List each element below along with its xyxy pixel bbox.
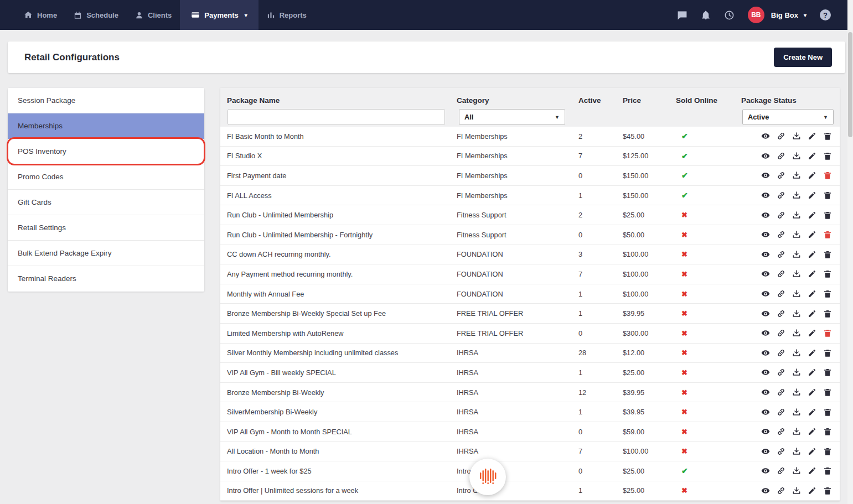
link-icon[interactable] <box>777 349 785 357</box>
download-icon[interactable] <box>792 329 801 337</box>
bell-icon[interactable] <box>701 10 711 20</box>
nav-item-clients[interactable]: Clients <box>127 0 180 30</box>
delete-icon[interactable] <box>823 447 832 456</box>
clock-icon[interactable] <box>724 10 735 20</box>
delete-icon[interactable] <box>823 309 832 318</box>
download-icon[interactable] <box>792 269 801 278</box>
sidebar-item-gift-cards[interactable]: Gift Cards <box>8 190 204 215</box>
chat-icon[interactable] <box>677 10 687 20</box>
download-icon[interactable] <box>792 349 801 357</box>
delete-icon[interactable] <box>823 486 832 495</box>
link-icon[interactable] <box>777 388 785 397</box>
edit-icon[interactable] <box>808 408 816 417</box>
link-icon[interactable] <box>777 408 785 417</box>
sidebar-item-pos-inventory[interactable]: POS Inventory <box>8 139 204 164</box>
sidebar-item-terminal-readers[interactable]: Terminal Readers <box>8 266 204 292</box>
nav-item-reports[interactable]: Reports <box>259 0 315 30</box>
link-icon[interactable] <box>777 368 785 377</box>
nav-item-home[interactable]: Home <box>15 0 65 30</box>
nav-item-payments[interactable]: Payments ▾ <box>180 0 258 30</box>
link-icon[interactable] <box>777 309 785 318</box>
delete-icon[interactable] <box>823 211 832 220</box>
link-icon[interactable] <box>777 191 785 200</box>
help-icon[interactable]: ? <box>820 9 831 20</box>
view-icon[interactable] <box>761 230 770 239</box>
edit-icon[interactable] <box>808 230 816 239</box>
edit-icon[interactable] <box>808 466 816 475</box>
download-icon[interactable] <box>792 427 801 436</box>
download-icon[interactable] <box>792 368 801 377</box>
sidebar-item-promo-codes[interactable]: Promo Codes <box>8 164 204 190</box>
link-icon[interactable] <box>777 250 785 259</box>
link-icon[interactable] <box>777 447 785 456</box>
link-icon[interactable] <box>777 329 785 337</box>
edit-icon[interactable] <box>808 349 816 357</box>
view-icon[interactable] <box>761 132 770 141</box>
edit-icon[interactable] <box>808 309 816 318</box>
delete-icon[interactable] <box>823 269 832 278</box>
edit-icon[interactable] <box>808 388 816 397</box>
download-icon[interactable] <box>792 250 801 259</box>
link-icon[interactable] <box>777 289 785 298</box>
delete-icon[interactable] <box>823 368 832 377</box>
view-icon[interactable] <box>761 466 770 475</box>
package-name-filter-input[interactable] <box>228 109 445 125</box>
account-menu[interactable]: Big Box ▾ <box>771 11 807 19</box>
delete-icon[interactable] <box>823 132 832 141</box>
delete-icon[interactable] <box>823 349 832 357</box>
view-icon[interactable] <box>761 486 770 495</box>
download-icon[interactable] <box>792 191 801 200</box>
edit-icon[interactable] <box>808 211 816 220</box>
delete-icon[interactable] <box>823 466 832 475</box>
link-icon[interactable] <box>777 171 785 180</box>
view-icon[interactable] <box>761 171 770 180</box>
edit-icon[interactable] <box>808 132 816 141</box>
edit-icon[interactable] <box>808 289 816 298</box>
download-icon[interactable] <box>792 289 801 298</box>
link-icon[interactable] <box>777 427 785 436</box>
download-icon[interactable] <box>792 152 801 160</box>
view-icon[interactable] <box>761 152 770 160</box>
view-icon[interactable] <box>761 388 770 397</box>
download-icon[interactable] <box>792 447 801 456</box>
create-new-button[interactable]: Create New <box>774 48 832 67</box>
view-icon[interactable] <box>761 427 770 436</box>
edit-icon[interactable] <box>808 152 816 160</box>
edit-icon[interactable] <box>808 250 816 259</box>
download-icon[interactable] <box>792 466 801 475</box>
link-icon[interactable] <box>777 486 785 495</box>
sidebar-item-bulk-extend-package-expiry[interactable]: Bulk Extend Package Expiry <box>8 241 204 266</box>
download-icon[interactable] <box>792 309 801 318</box>
view-icon[interactable] <box>761 211 770 220</box>
view-icon[interactable] <box>761 447 770 456</box>
view-icon[interactable] <box>761 349 770 357</box>
delete-icon[interactable] <box>823 388 832 397</box>
link-icon[interactable] <box>777 466 785 475</box>
category-filter-select[interactable]: All ▼ <box>459 109 565 125</box>
link-icon[interactable] <box>777 269 785 278</box>
sidebar-item-session-package[interactable]: Session Package <box>8 88 204 113</box>
view-icon[interactable] <box>761 309 770 318</box>
delete-icon[interactable] <box>823 250 832 259</box>
link-icon[interactable] <box>777 132 785 141</box>
link-icon[interactable] <box>777 230 785 239</box>
view-icon[interactable] <box>761 289 770 298</box>
view-icon[interactable] <box>761 269 770 278</box>
delete-icon[interactable] <box>823 152 832 160</box>
download-icon[interactable] <box>792 132 801 141</box>
nav-item-schedule[interactable]: Schedule <box>65 0 127 30</box>
edit-icon[interactable] <box>808 269 816 278</box>
delete-icon[interactable] <box>823 171 832 180</box>
download-icon[interactable] <box>792 388 801 397</box>
link-icon[interactable] <box>777 152 785 160</box>
sidebar-item-retail-settings[interactable]: Retail Settings <box>8 215 204 241</box>
sidebar-item-memberships[interactable]: Memberships <box>8 113 204 139</box>
view-icon[interactable] <box>761 329 770 337</box>
view-icon[interactable] <box>761 191 770 200</box>
view-icon[interactable] <box>761 368 770 377</box>
download-icon[interactable] <box>792 171 801 180</box>
download-icon[interactable] <box>792 230 801 239</box>
delete-icon[interactable] <box>823 230 832 239</box>
delete-icon[interactable] <box>823 289 832 298</box>
view-icon[interactable] <box>761 408 770 417</box>
